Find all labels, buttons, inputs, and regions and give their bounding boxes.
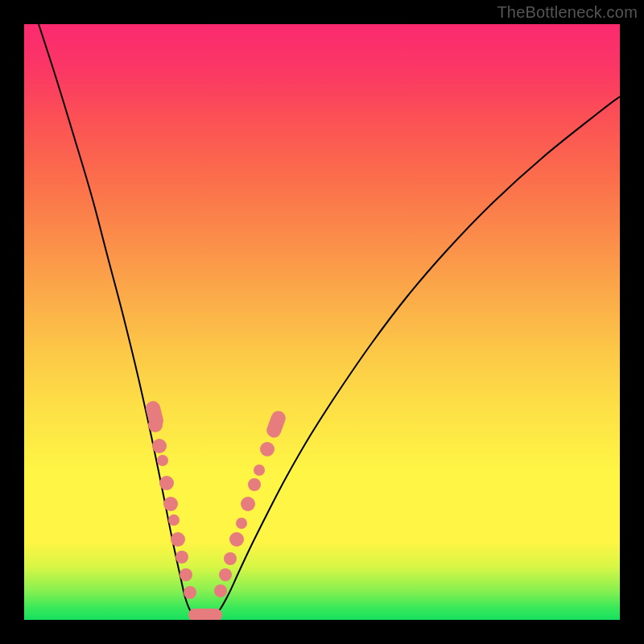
marker-dot (229, 532, 244, 547)
marker-dot (260, 442, 275, 456)
valley-pill (188, 609, 222, 620)
marker-dot (254, 464, 265, 476)
marker-dot (159, 476, 174, 490)
right-top-pill (265, 409, 288, 440)
plot-area (24, 24, 620, 620)
watermark-text: TheBottleneck.com (497, 3, 638, 22)
left-branch-curve (39, 24, 195, 617)
marker-dot (214, 584, 227, 597)
left-top-pill (144, 399, 165, 429)
right-branch-curve (214, 97, 620, 617)
marker-dot (236, 518, 247, 529)
data-markers (144, 399, 287, 620)
marker-dot (171, 532, 185, 547)
marker-dot (248, 478, 261, 491)
marker-dot (152, 439, 167, 453)
marker-dot (148, 418, 163, 432)
marker-dot (163, 497, 178, 511)
marker-dot (184, 586, 196, 599)
marker-dot (224, 552, 237, 565)
curve-layer (24, 24, 620, 620)
marker-dot (180, 568, 192, 581)
marker-dot (219, 568, 232, 581)
marker-dot (175, 551, 188, 564)
marker-dot (241, 497, 255, 511)
marker-dot (157, 455, 168, 466)
marker-dot (269, 422, 282, 435)
marker-dot (168, 514, 180, 526)
chart-frame: TheBottleneck.com (0, 0, 644, 644)
